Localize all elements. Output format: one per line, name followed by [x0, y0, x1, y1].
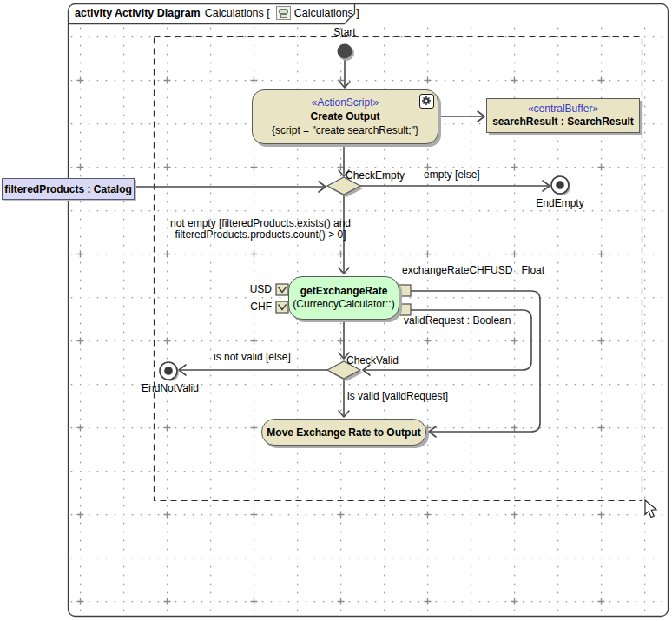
final-node-label-end-empty[interactable]: EndEmpty: [531, 198, 589, 209]
parameter-node-filtered-products[interactable]: filteredProducts : Catalog: [2, 178, 135, 200]
behavior-gear-icon: [419, 94, 434, 109]
action-script-property: {script = "create searchResult;"}: [272, 123, 418, 137]
input-pin-usd[interactable]: [276, 284, 288, 295]
action-node-move-output[interactable]: Move Exchange Rate to Output: [261, 419, 426, 446]
output-pin-rate[interactable]: [399, 285, 411, 296]
parameter-name: filteredProducts : Catalog: [4, 183, 132, 195]
call-behavior-node-get-exchange-rate[interactable]: getExchangeRate (CurrencyCalculator::): [288, 276, 399, 320]
guard-label-is-valid[interactable]: is valid [validRequest]: [347, 391, 448, 402]
decision-label-check-empty[interactable]: CheckEmpty: [346, 170, 405, 182]
frame-name-label: Calculations ]: [294, 6, 359, 20]
frame-context-label: Calculations [: [205, 6, 270, 20]
diagram-canvas[interactable]: activity Activity Diagram Calculations […: [0, 0, 672, 621]
pin-label-usd[interactable]: USD: [244, 284, 272, 295]
pin-label-chf[interactable]: CHF: [244, 301, 272, 313]
activity-diagram-icon: [276, 6, 291, 20]
action-name: Create Output: [310, 109, 379, 123]
decision-label-check-valid[interactable]: CheckValid: [346, 355, 399, 367]
guard-label-empty-else[interactable]: empty [else]: [424, 169, 480, 181]
pin-label-exchange-rate[interactable]: exchangeRateCHFUSD : Float: [402, 265, 544, 276]
input-pin-chf[interactable]: [276, 301, 288, 313]
pin-label-valid-request[interactable]: validRequest : Boolean: [404, 315, 511, 327]
frame-kind-label: activity Activity Diagram: [75, 6, 201, 20]
stereotype-label: «ActionScript»: [312, 96, 379, 109]
start-node-label[interactable]: Start: [323, 27, 366, 38]
stereotype-label: «centralBuffer»: [528, 102, 598, 116]
final-node-label-end-not-valid[interactable]: EndNotValid: [139, 383, 201, 394]
central-buffer-node-search-result[interactable]: «centralBuffer» searchResult : SearchRes…: [486, 98, 640, 133]
action-node-create-output[interactable]: «ActionScript» Create Output {script = "…: [252, 89, 438, 144]
action-name: getExchangeRate: [300, 285, 388, 298]
action-qualifier: (CurrencyCalculator::): [293, 298, 394, 311]
buffer-name: searchResult : SearchResult: [492, 116, 634, 129]
guard-label-not-empty-line2[interactable]: filteredProducts.products.count() > 0]: [152, 229, 369, 241]
action-name: Move Exchange Rate to Output: [267, 426, 420, 439]
frame-header-tab[interactable]: activity Activity Diagram Calculations […: [75, 6, 359, 20]
guard-label-is-not-valid[interactable]: is not valid [else]: [214, 352, 291, 363]
